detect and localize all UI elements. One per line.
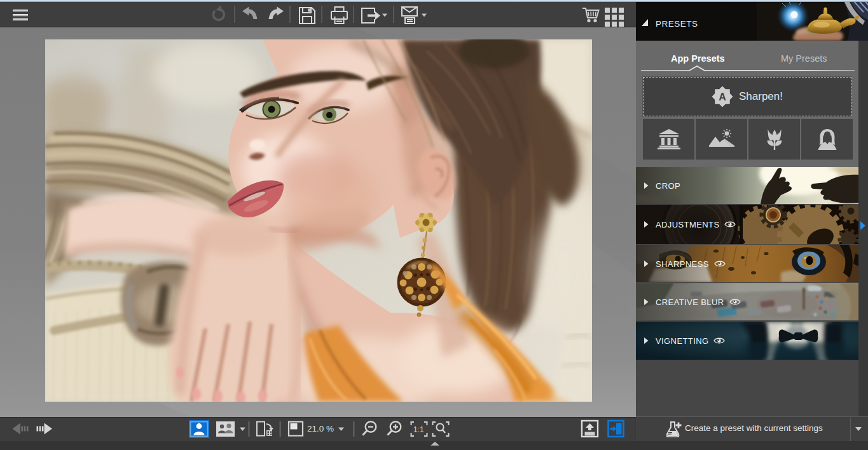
svg-text:PRESETS: PRESETS — [656, 19, 698, 29]
svg-text:21.0 %: 21.0 % — [307, 424, 334, 433]
svg-text:1:1: 1:1 — [413, 425, 424, 434]
svg-text:A: A — [719, 92, 726, 102]
